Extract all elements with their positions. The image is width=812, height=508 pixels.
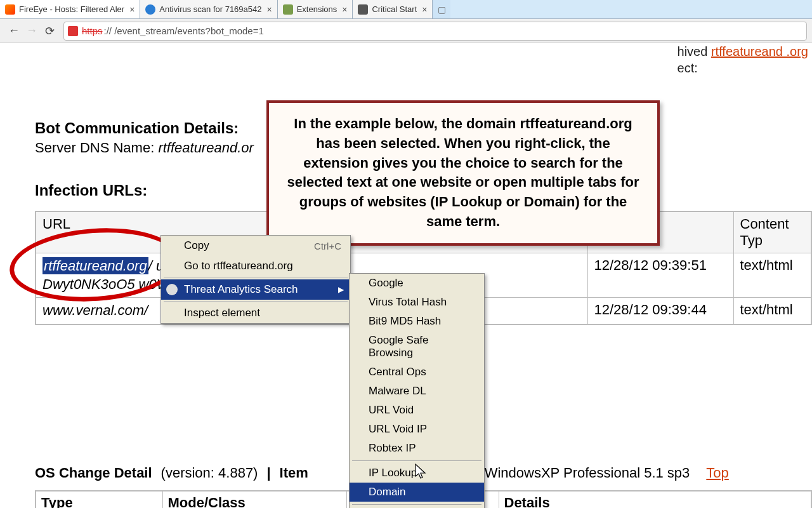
- tab-title: Extensions: [297, 4, 337, 14]
- occurred-cell: 12/28/12 09:39:44: [587, 298, 733, 324]
- ctx-label: Threat Analytics Search: [184, 283, 298, 296]
- tab-title: FireEye - Hosts: Filtered Aler: [19, 4, 124, 14]
- th-content-type: Content Typ: [733, 211, 811, 253]
- os-change-version: (version: 4.887): [161, 465, 258, 481]
- sub-bit9[interactable]: Bit9 MD5 Hash: [350, 312, 484, 331]
- sub-separator: [352, 504, 481, 505]
- new-tab-button[interactable]: ▢: [433, 0, 450, 18]
- intro-text-1: hived: [678, 44, 711, 58]
- sub-robtex[interactable]: Robtex IP: [350, 439, 484, 458]
- ctx-separator: [164, 277, 348, 278]
- submenu-arrow-icon: ▶: [338, 285, 344, 294]
- ctype-cell: text/html: [733, 298, 811, 324]
- tab-fireeye[interactable]: FireEye - Hosts: Filtered Aler ×: [0, 0, 140, 18]
- sub-virustotal[interactable]: Virus Total Hash: [350, 293, 484, 312]
- insecure-lock-icon: [68, 26, 78, 36]
- sub-malwaredl[interactable]: Malware DL: [350, 382, 484, 401]
- url-path: :// /event_stream/events?bot_mode=1: [104, 25, 264, 36]
- intro-link[interactable]: rtffeatureand .org: [711, 44, 808, 58]
- ctx-copy[interactable]: Copy Ctrl+C: [161, 236, 350, 256]
- top-link[interactable]: Top: [706, 465, 728, 481]
- tab-close-icon[interactable]: ×: [422, 4, 427, 15]
- extension-icon: [166, 284, 178, 295]
- sub-gsb[interactable]: Google Safe Browsing: [350, 331, 484, 363]
- url-bar[interactable]: https :// /event_stream/events?bot_mode=…: [63, 22, 807, 41]
- favicon-criticalstart: [358, 4, 368, 15]
- favicon-extensions: [283, 4, 293, 15]
- tab-extensions[interactable]: Extensions ×: [278, 0, 353, 18]
- ctype-cell: text/html: [733, 253, 811, 298]
- favicon-fireeye: [5, 4, 15, 15]
- sub-centralops[interactable]: Central Ops: [350, 363, 484, 382]
- ctx-label: Copy: [184, 239, 209, 252]
- dns-value: rtffeatureand.or: [158, 140, 253, 156]
- sub-separator: [352, 460, 481, 461]
- occurred-cell: 12/28/12 09:39:51: [587, 253, 733, 298]
- context-menu: Copy Ctrl+C Go to rtffeatureand.org Thre…: [160, 235, 351, 324]
- reload-button[interactable]: ⟳: [41, 22, 58, 40]
- os-change-title: OS Change Detail: [35, 465, 152, 481]
- tab-close-icon[interactable]: ×: [267, 4, 272, 15]
- tab-criticalstart[interactable]: Critical Start ×: [353, 0, 433, 18]
- ctx-inspect[interactable]: Inspect element: [161, 303, 350, 323]
- tab-close-icon[interactable]: ×: [129, 4, 134, 15]
- threat-submenu: Google Virus Total Hash Bit9 MD5 Hash Go…: [349, 273, 485, 508]
- dns-label: Server DNS Name:: [35, 140, 158, 156]
- back-button[interactable]: ←: [5, 22, 23, 40]
- ctx-label: Go to rtffeatureand.org: [184, 260, 293, 272]
- sub-iplookup[interactable]: IP Lookup: [350, 464, 484, 483]
- tab-title: Antivirus scan for 7169a542: [159, 4, 261, 14]
- ctx-label: Inspect element: [184, 307, 260, 319]
- selected-domain[interactable]: rtffeatureand.org: [43, 257, 148, 274]
- sub-urlvoid[interactable]: URL Void: [350, 401, 484, 420]
- nav-bar: ← → ⟳ https :// /event_stream/events?bot…: [0, 19, 812, 43]
- th-type: Type: [36, 491, 162, 508]
- bar: |: [266, 465, 270, 481]
- tab-close-icon[interactable]: ×: [342, 4, 347, 15]
- intro-fragment: hived rtffeatureand .org ect:: [678, 43, 808, 76]
- os-info: osoft WindowsXP Professional 5.1 sp3: [450, 465, 690, 481]
- item-label: Item: [280, 465, 308, 481]
- tab-virustotal[interactable]: Antivirus scan for 7169a542 ×: [140, 0, 277, 18]
- url-protocol: https: [82, 25, 103, 36]
- sub-google[interactable]: Google: [350, 274, 484, 293]
- ctx-shortcut: Ctrl+C: [314, 241, 341, 251]
- favicon-virustotal: [145, 4, 155, 15]
- th-mode: Mode/Class: [162, 491, 346, 508]
- sub-domain[interactable]: Domain: [350, 483, 484, 502]
- sub-urlvoidip[interactable]: URL Void IP: [350, 420, 484, 439]
- ctx-goto[interactable]: Go to rtffeatureand.org: [161, 256, 350, 276]
- forward-button[interactable]: →: [23, 22, 41, 40]
- th-details: Details (Path/Message/Protocol/Hostname/…: [499, 491, 811, 508]
- ctx-threat-analytics[interactable]: Threat Analytics Search ▶: [161, 279, 350, 300]
- annotation-callout: In the example below, the domain rtffeat…: [266, 100, 660, 246]
- browser-tabs: FireEye - Hosts: Filtered Aler × Antivir…: [0, 0, 812, 19]
- ctx-separator: [164, 301, 348, 302]
- tab-title: Critical Start: [372, 4, 417, 14]
- intro-text-2: ect:: [678, 61, 698, 75]
